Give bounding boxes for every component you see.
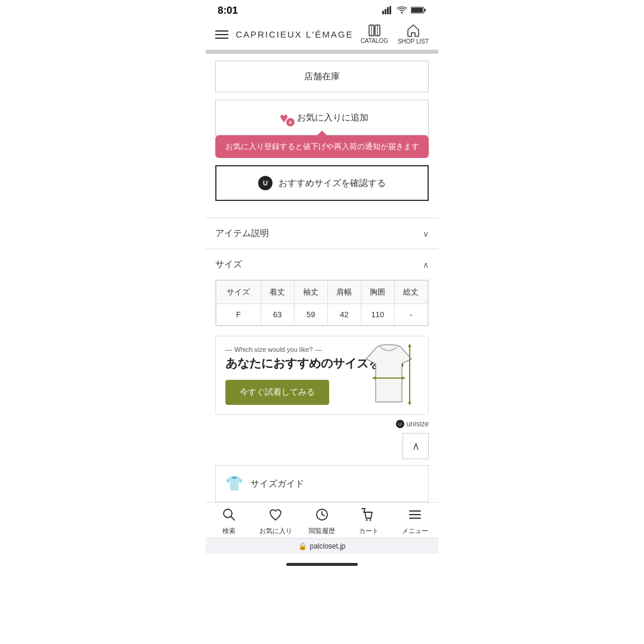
unisize-logo-icon: U: [258, 176, 273, 190]
cell-mune: 110: [361, 304, 394, 326]
status-icons: [382, 6, 426, 16]
battery-icon: [411, 6, 426, 16]
heart-icon: ♥ +: [275, 110, 292, 125]
catalog-label: CATALOG: [361, 38, 388, 44]
col-header-kita: 着丈: [261, 281, 294, 304]
svg-rect-2: [387, 7, 389, 14]
unisize-dot-icon: U: [396, 420, 404, 428]
signal-icon: [382, 6, 393, 16]
nav-history[interactable]: 閲覧履歴: [299, 507, 345, 535]
col-header-mune: 胸囲: [361, 281, 394, 304]
shoplist-button[interactable]: SHOP LIST: [398, 24, 429, 45]
url-text: palcloset.jp: [309, 542, 345, 550]
nav-search[interactable]: 検索: [206, 507, 252, 535]
size-check-button[interactable]: U おすすめサイズを確認する: [215, 165, 429, 201]
try-now-button[interactable]: 今すぐ試着してみる: [225, 380, 329, 405]
accordion-item-description[interactable]: アイテム説明 ∨: [206, 218, 438, 249]
col-header-total: 総丈: [394, 281, 428, 304]
nav-history-label: 閲覧履歴: [309, 527, 335, 535]
store-stock-button[interactable]: 店舗在庫: [215, 61, 429, 92]
svg-point-24: [370, 519, 371, 521]
accordion-description-label: アイテム説明: [215, 228, 269, 239]
svg-point-4: [401, 12, 403, 14]
clock-icon: [315, 507, 329, 524]
svg-rect-0: [382, 11, 384, 14]
url-bar: 🔒 palcloset.jp: [206, 538, 438, 554]
svg-marker-13: [372, 376, 376, 380]
svg-rect-3: [389, 6, 391, 14]
col-header-sode: 袖丈: [294, 281, 327, 304]
nav-favorite-label: お気に入り: [259, 527, 292, 535]
catalog-icon: [367, 24, 382, 36]
tshirt-icon: 👕: [225, 475, 243, 492]
nav-cart[interactable]: カート: [345, 507, 392, 535]
lock-icon: 🔒: [298, 542, 307, 550]
size-check-label: おすすめサイズを確認する: [278, 178, 386, 189]
add-favorite-button[interactable]: ♥ + お気に入りに追加: [215, 100, 429, 135]
size-table: サイズ 着丈 袖丈 肩幅 胸囲 総丈 F 63 59 42 110 -: [215, 280, 429, 326]
favorite-section: ♥ + お気に入りに追加: [215, 100, 429, 135]
accordion-item-size[interactable]: サイズ ∧: [206, 249, 438, 280]
brand-logo: CAPRICIEUX L'ÉMAGE: [236, 29, 353, 39]
scroll-top-button[interactable]: ∧: [402, 433, 429, 459]
svg-marker-14: [402, 376, 405, 380]
add-favorite-label: お気に入りに追加: [297, 112, 369, 123]
menu-icon: [408, 507, 422, 524]
svg-point-23: [366, 519, 368, 521]
size-guide-section[interactable]: 👕 サイズガイド: [215, 465, 429, 502]
accordion-size-label: サイズ: [215, 259, 242, 270]
svg-line-22: [322, 515, 324, 516]
shoplist-label: SHOP LIST: [398, 38, 429, 45]
col-header-kata: 肩幅: [327, 281, 361, 304]
cell-total: -: [394, 304, 428, 326]
bottom-nav: 検索 お気に入り 閲覧履歴 カート: [206, 502, 438, 538]
chevron-up-icon: ∧: [423, 260, 429, 270]
nav-cart-label: カート: [359, 527, 379, 535]
col-header-size: サイズ: [216, 281, 261, 304]
chevron-down-icon: ∨: [423, 229, 429, 239]
home-indicator-bar: [286, 563, 358, 566]
tshirt-illustration: [359, 342, 419, 408]
svg-marker-16: [408, 343, 411, 347]
table-row: F 63 59 42 110 -: [216, 304, 428, 326]
catalog-button[interactable]: CATALOG: [361, 24, 388, 44]
header: CAPRICIEUX L'ÉMAGE CATALOG SHOP LIST: [206, 19, 438, 50]
scroll-indicator: [206, 50, 438, 54]
wifi-icon: [397, 6, 407, 16]
svg-rect-1: [385, 9, 386, 14]
chevron-up-icon: ∧: [412, 439, 420, 453]
nav-menu-label: メニュー: [402, 527, 428, 535]
heart-nav-icon: [268, 507, 283, 524]
size-guide-label: サイズガイド: [250, 478, 304, 490]
svg-line-19: [231, 517, 235, 521]
favorite-tooltip: お気に入り登録すると値下げや再入荷の通知が届きます: [215, 135, 429, 158]
status-time: 8:01: [218, 5, 238, 17]
nav-search-label: 検索: [222, 527, 236, 535]
unisize-brand-label: unisize: [407, 420, 429, 428]
unisize-brand: U unisize: [215, 420, 429, 428]
cell-kata: 42: [327, 304, 361, 326]
nav-menu[interactable]: メニュー: [392, 507, 438, 535]
store-stock-section: 店舗在庫: [215, 61, 429, 92]
header-actions: CATALOG SHOP LIST: [361, 24, 429, 45]
home-icon: [406, 24, 420, 37]
cell-sode: 59: [294, 304, 327, 326]
home-indicator: [206, 554, 438, 571]
svg-marker-17: [408, 402, 411, 405]
svg-rect-6: [411, 8, 423, 13]
hamburger-menu[interactable]: [215, 30, 228, 39]
search-icon: [222, 507, 236, 524]
cell-size: F: [216, 304, 261, 326]
cart-icon: [361, 507, 376, 524]
cell-kita: 63: [261, 304, 294, 326]
svg-rect-7: [424, 9, 426, 11]
unisize-banner: Which size would you like? あなたにおすすめのサイズを…: [215, 336, 429, 415]
nav-favorite[interactable]: お気に入り: [252, 507, 299, 535]
tooltip-text: お気に入り登録すると値下げや再入荷の通知が届きます: [215, 135, 429, 158]
status-bar: 8:01: [206, 0, 438, 19]
